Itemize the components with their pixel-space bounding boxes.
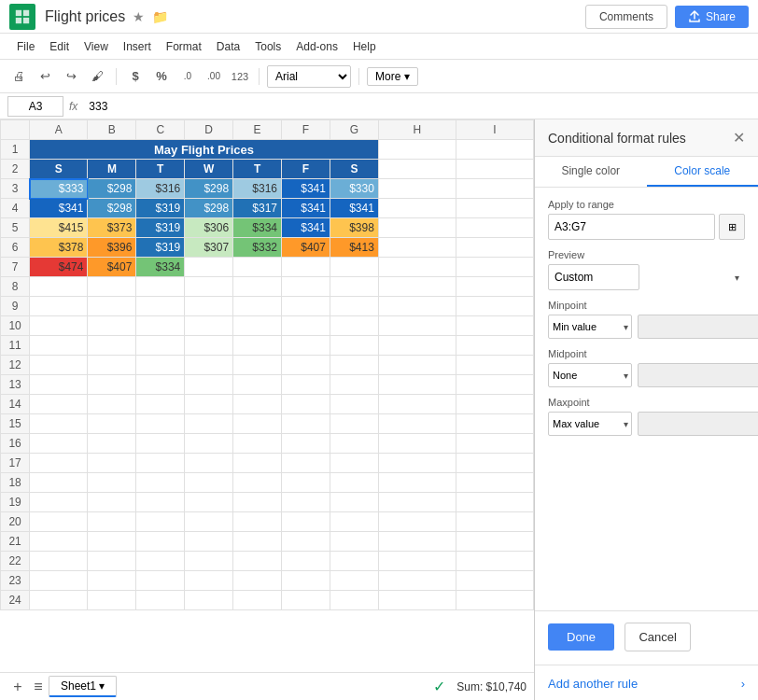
empty-cell[interactable]	[233, 512, 282, 532]
cell-r7c4[interactable]	[185, 258, 233, 277]
empty-cell[interactable]	[88, 512, 136, 532]
empty-cell[interactable]	[88, 297, 136, 316]
empty-cell[interactable]	[378, 238, 456, 258]
empty-cell[interactable]	[282, 493, 330, 512]
empty-cell[interactable]	[88, 434, 136, 454]
empty-cell[interactable]	[233, 454, 282, 473]
empty-cell[interactable]	[30, 277, 88, 297]
empty-cell[interactable]	[136, 375, 185, 395]
percent-icon[interactable]: %	[150, 65, 173, 88]
day-header-t-2[interactable]: T	[136, 160, 185, 179]
empty-cell[interactable]	[282, 375, 330, 395]
title-cell[interactable]: May Flight Prices	[30, 140, 379, 160]
empty-cell[interactable]	[30, 316, 88, 336]
empty-cell[interactable]	[330, 493, 378, 512]
empty-cell[interactable]	[185, 336, 233, 356]
empty-cell[interactable]	[330, 356, 378, 375]
empty-cell[interactable]	[136, 434, 185, 454]
menu-view[interactable]: View	[77, 37, 116, 56]
star-icon[interactable]: ★	[133, 9, 145, 24]
minpoint-value-input[interactable]	[638, 315, 758, 339]
empty-cell[interactable]	[136, 277, 185, 297]
empty-cell[interactable]	[456, 336, 533, 356]
cell-r5c7[interactable]: $398	[330, 218, 378, 238]
empty-cell[interactable]	[233, 591, 282, 610]
empty-cell[interactable]	[282, 532, 330, 552]
cell-r7c1[interactable]: $474	[30, 258, 88, 277]
empty-cell[interactable]	[88, 414, 136, 434]
empty-cell[interactable]	[88, 316, 136, 336]
sheet-container[interactable]: A B C D E F G H I 1May Flight Prices2SMT…	[0, 119, 534, 672]
empty-cell[interactable]	[330, 297, 378, 316]
empty-cell[interactable]	[456, 375, 533, 395]
empty-cell[interactable]	[30, 532, 88, 552]
empty-cell[interactable]	[88, 356, 136, 375]
cell-r4c2[interactable]: $298	[88, 199, 136, 218]
empty-cell[interactable]	[185, 375, 233, 395]
cell-r4c7[interactable]: $341	[330, 199, 378, 218]
empty-cell[interactable]	[378, 512, 456, 532]
empty-cell[interactable]	[456, 277, 533, 297]
formula-input[interactable]: 333	[85, 98, 751, 115]
maxpoint-value-input[interactable]	[638, 412, 758, 436]
empty-cell[interactable]	[330, 571, 378, 591]
empty-cell[interactable]	[456, 434, 533, 454]
empty-cell[interactable]	[378, 336, 456, 356]
empty-cell[interactable]	[30, 414, 88, 434]
empty-cell[interactable]	[233, 434, 282, 454]
cell-r3c6[interactable]: $341	[282, 179, 330, 199]
cell-r5c1[interactable]: $415	[30, 218, 88, 238]
number-format-icon[interactable]: 123	[229, 65, 251, 88]
empty-cell[interactable]	[378, 571, 456, 591]
empty-cell[interactable]	[233, 571, 282, 591]
empty-cell[interactable]	[185, 395, 233, 414]
empty-cell[interactable]	[456, 395, 533, 414]
cell-r6c7[interactable]: $413	[330, 238, 378, 258]
empty-cell[interactable]	[88, 395, 136, 414]
empty-cell[interactable]	[330, 512, 378, 532]
cell-r5c2[interactable]: $373	[88, 218, 136, 238]
empty-cell[interactable]	[330, 552, 378, 571]
empty-cell[interactable]	[88, 591, 136, 610]
empty-cell[interactable]	[456, 140, 533, 160]
empty-cell[interactable]	[136, 297, 185, 316]
menu-file[interactable]: File	[9, 37, 42, 56]
empty-cell[interactable]	[378, 591, 456, 610]
col-header-h[interactable]: H	[378, 120, 456, 140]
more-button[interactable]: More ▾	[367, 67, 418, 86]
empty-cell[interactable]	[30, 512, 88, 532]
range-input[interactable]	[548, 214, 715, 240]
col-header-e[interactable]: E	[233, 120, 282, 140]
empty-cell[interactable]	[30, 454, 88, 473]
empty-cell[interactable]	[88, 493, 136, 512]
empty-cell[interactable]	[456, 552, 533, 571]
empty-cell[interactable]	[185, 532, 233, 552]
empty-cell[interactable]	[378, 414, 456, 434]
cancel-button[interactable]: Cancel	[625, 623, 690, 651]
empty-cell[interactable]	[30, 473, 88, 493]
currency-icon[interactable]: $	[124, 65, 147, 88]
empty-cell[interactable]	[233, 375, 282, 395]
cell-r6c2[interactable]: $396	[88, 238, 136, 258]
col-header-i[interactable]: I	[456, 120, 533, 140]
preview-select[interactable]: Custom Default Green to red Red to green	[548, 264, 639, 290]
menu-data[interactable]: Data	[209, 37, 247, 56]
empty-cell[interactable]	[185, 552, 233, 571]
empty-cell[interactable]	[136, 336, 185, 356]
menu-format[interactable]: Format	[159, 37, 209, 56]
empty-cell[interactable]	[378, 454, 456, 473]
empty-cell[interactable]	[282, 434, 330, 454]
empty-cell[interactable]	[233, 552, 282, 571]
empty-cell[interactable]	[233, 316, 282, 336]
empty-cell[interactable]	[378, 316, 456, 336]
paint-format-icon[interactable]: 🖌	[86, 65, 108, 88]
empty-cell[interactable]	[88, 454, 136, 473]
col-header-d[interactable]: D	[185, 120, 233, 140]
col-header-f[interactable]: F	[282, 120, 330, 140]
empty-cell[interactable]	[282, 473, 330, 493]
cell-r6c6[interactable]: $407	[282, 238, 330, 258]
empty-cell[interactable]	[330, 375, 378, 395]
empty-cell[interactable]	[30, 375, 88, 395]
empty-cell[interactable]	[378, 179, 456, 199]
empty-cell[interactable]	[378, 297, 456, 316]
